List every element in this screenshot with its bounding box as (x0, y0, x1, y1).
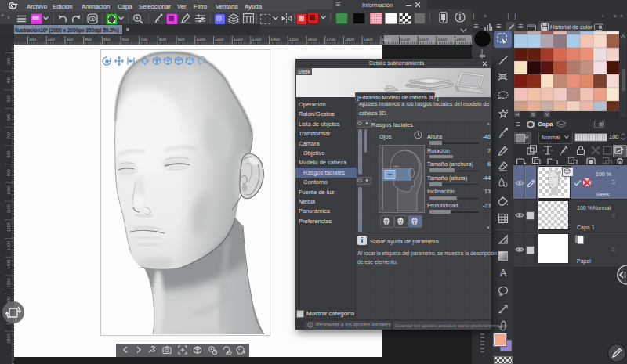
svg-text:1000: 1000 (6, 186, 11, 195)
svg-text:1300: 1300 (252, 37, 261, 41)
svg-text:700: 700 (6, 132, 11, 139)
svg-text:100: 100 (29, 37, 36, 41)
svg-text:500: 500 (6, 95, 11, 102)
svg-text:1800: 1800 (6, 334, 11, 344)
svg-text:1100: 1100 (215, 37, 224, 41)
svg-text:500: 500 (103, 37, 111, 41)
svg-text:900: 900 (6, 169, 11, 176)
svg-text:1400: 1400 (6, 260, 11, 269)
svg-text:1700: 1700 (326, 37, 335, 41)
svg-text:1800: 1800 (345, 37, 354, 41)
svg-text:900: 900 (178, 37, 185, 41)
svg-text:800: 800 (6, 151, 11, 158)
svg-text:1200: 1200 (6, 222, 11, 232)
svg-text:1400: 1400 (270, 37, 280, 41)
svg-text:1200: 1200 (234, 37, 243, 41)
svg-text:2200: 2200 (419, 37, 429, 41)
svg-text:1500: 1500 (6, 278, 11, 287)
svg-text:1900: 1900 (364, 37, 373, 41)
svg-text:700: 700 (140, 37, 147, 41)
svg-text:600: 600 (6, 114, 11, 121)
svg-text:1000: 1000 (196, 37, 205, 41)
svg-text:1100: 1100 (6, 204, 11, 214)
svg-text:400: 400 (85, 37, 92, 41)
svg-text:1500: 1500 (289, 37, 299, 41)
svg-text:A: A (499, 267, 506, 278)
svg-text:2300: 2300 (437, 37, 447, 41)
svg-text:2400: 2400 (456, 37, 466, 41)
svg-text:200: 200 (48, 37, 55, 41)
svg-text:600: 600 (122, 37, 129, 41)
svg-text:300: 300 (6, 58, 11, 65)
svg-text:300: 300 (66, 37, 73, 41)
svg-text:1600: 1600 (308, 37, 317, 41)
svg-text:400: 400 (6, 77, 11, 84)
svg-text:2000: 2000 (382, 37, 391, 41)
svg-text:2100: 2100 (400, 37, 410, 41)
svg-text:1300: 1300 (6, 241, 11, 250)
svg-text:800: 800 (159, 37, 166, 41)
